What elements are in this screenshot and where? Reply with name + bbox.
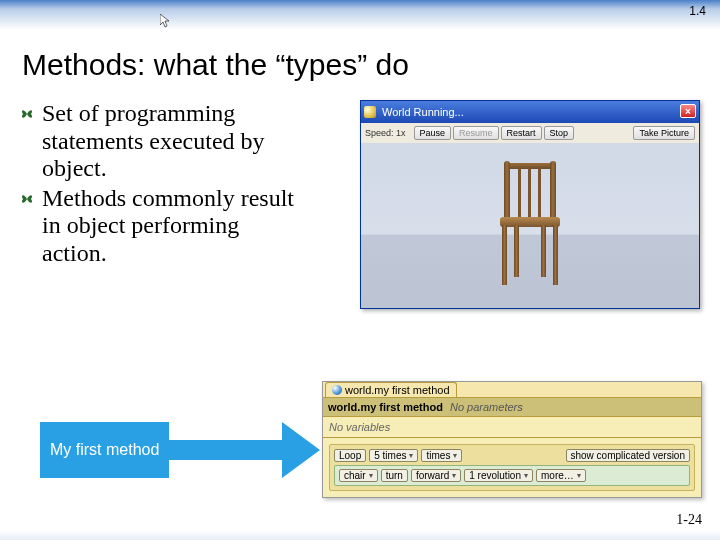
scene-viewport [361,143,699,308]
action-amount[interactable]: 1 revolution▾ [464,469,533,482]
action-more[interactable]: more…▾ [536,469,586,482]
titlebar: World Running... × [361,101,699,123]
method-tab-label: world.my first method [345,384,450,396]
action-row: chair▾ turn forward▾ 1 revolution▾ more…… [334,465,690,486]
method-body: Loop 5 times▾ times▾ show complicated ve… [323,438,701,497]
toolbar: Speed: 1x Pause Resume Restart Stop Take… [361,123,699,143]
loop-keyword[interactable]: Loop [334,449,366,462]
close-button[interactable]: × [680,104,696,118]
chair-object [490,161,570,291]
screenshot-panel: World Running... × Speed: 1x Pause Resum… [320,100,700,309]
bullet-text: Set of programming statements executed b… [42,100,308,183]
method-tab[interactable]: world.my first method [325,382,457,397]
footer-band [0,530,720,540]
slide-title: Methods: what the “types” do [0,30,720,100]
world-running-window: World Running... × Speed: 1x Pause Resum… [360,100,700,309]
method-editor: world.my first method world.my first met… [322,381,702,498]
butterfly-icon [20,106,38,124]
take-picture-button[interactable]: Take Picture [633,126,695,140]
method-no-variables: No variables [323,417,701,438]
method-header: world.my first method No parameters [323,397,701,417]
arrow-head-icon [282,422,320,478]
callout-text: My first method [40,422,169,478]
action-subject[interactable]: chair▾ [339,469,378,482]
globe-icon [332,385,342,395]
content-area: Set of programming statements executed b… [0,100,720,309]
method-params: No parameters [450,401,523,413]
world-icon [364,106,376,118]
butterfly-icon [20,191,38,209]
chapter-number: 1.4 [689,4,706,18]
pause-button[interactable]: Pause [414,126,452,140]
action-verb[interactable]: turn [381,469,408,482]
header-band [0,0,720,30]
action-direction[interactable]: forward▾ [411,469,461,482]
bullet-item: Methods commonly result in object perfor… [20,185,308,268]
show-complicated-button[interactable]: show complicated version [566,449,691,462]
restart-button[interactable]: Restart [501,126,542,140]
titlebar-text: World Running... [382,106,464,118]
bullet-item: Set of programming statements executed b… [20,100,308,183]
resume-button[interactable]: Resume [453,126,499,140]
stop-button[interactable]: Stop [544,126,575,140]
loop-header: Loop 5 times▾ times▾ show complicated ve… [334,449,690,462]
loop-block: Loop 5 times▾ times▾ show complicated ve… [329,444,695,491]
page-number: 1-24 [676,512,702,528]
bullet-text: Methods commonly result in object perfor… [42,185,308,268]
loop-count[interactable]: 5 times▾ [369,449,418,462]
callout-arrow: My first method [40,420,320,480]
arrow-shaft [169,440,282,460]
method-name: world.my first method [328,401,443,413]
loop-times-token: times▾ [421,449,462,462]
bullet-list: Set of programming statements executed b… [20,100,320,270]
speed-label: Speed: 1x [365,128,406,138]
